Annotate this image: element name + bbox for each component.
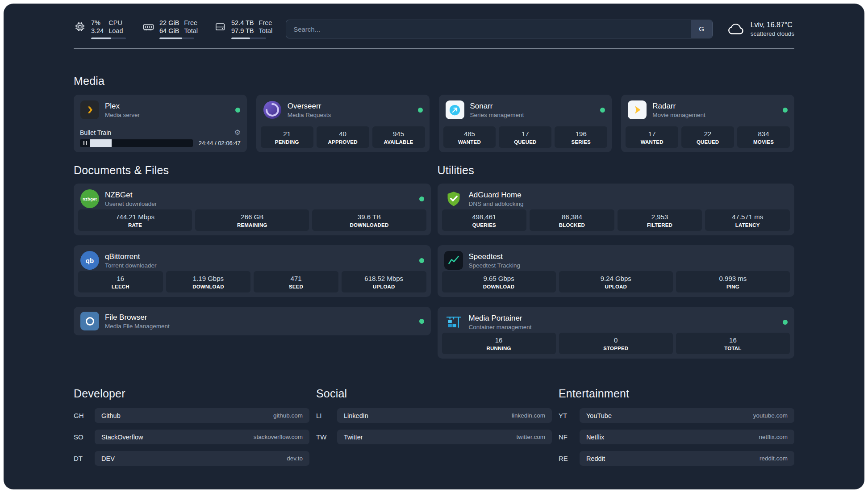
portainer-crane-icon bbox=[444, 313, 463, 331]
bookmarks-area: Developer GH Github github.com SO StackO… bbox=[74, 387, 794, 472]
service-card-adguard[interactable]: AdGuard Home DNS and adblocking 498,461 … bbox=[438, 184, 795, 235]
stat-value: 2,953 bbox=[619, 213, 701, 221]
pause-icon[interactable] bbox=[83, 141, 87, 145]
plex-icon bbox=[80, 100, 99, 119]
stat-label: QUEUED bbox=[683, 139, 732, 145]
service-name: Radarr bbox=[652, 102, 705, 111]
stat-label: WANTED bbox=[627, 139, 676, 145]
bookmark-url: github.com bbox=[273, 412, 303, 419]
speedtest-chart-icon bbox=[444, 251, 463, 270]
bookmark-name: StackOverflow bbox=[101, 434, 143, 441]
bookmark-abbr: TW bbox=[316, 433, 337, 441]
service-card-plex[interactable]: Plex Media server Bullet Train ⚙ 24:44 /… bbox=[74, 95, 247, 152]
bookmark-row: RE Reddit reddit.com bbox=[559, 451, 794, 466]
stat-value: 17 bbox=[627, 130, 676, 138]
stat-label: PENDING bbox=[263, 139, 312, 145]
stat-value: 17 bbox=[501, 130, 550, 138]
stat-tile: 16 LEECH bbox=[78, 271, 163, 292]
status-dot bbox=[783, 108, 788, 113]
bookmark-group-entertainment: Entertainment YT YouTube youtube.com NF … bbox=[559, 387, 794, 472]
bookmark-link-reddit[interactable]: Reddit reddit.com bbox=[580, 451, 794, 466]
stat-tile: 471 SEED bbox=[254, 271, 338, 292]
stat-tile: 86,384 BLOCKED bbox=[530, 209, 614, 231]
service-card-radarr[interactable]: Radarr Movie management 17 WANTED 22 QUE… bbox=[621, 95, 794, 152]
memory-label-bottom: Total bbox=[184, 27, 198, 35]
qbittorrent-icon: qb bbox=[80, 251, 99, 270]
service-card-sonarr[interactable]: Sonarr Series management 485 WANTED 17 Q… bbox=[439, 95, 612, 152]
stat-label: QUERIES bbox=[444, 222, 525, 228]
stat-label: BLOCKED bbox=[531, 222, 613, 228]
service-subtitle: Series management bbox=[470, 112, 524, 118]
stat-tile: 9.65 Gbps DOWNLOAD bbox=[442, 271, 556, 292]
playback-progress-bar[interactable] bbox=[80, 139, 193, 147]
search-input[interactable] bbox=[286, 20, 713, 38]
stat-tile: 40 APPROVED bbox=[317, 126, 369, 148]
memory-ram-icon bbox=[142, 21, 154, 33]
documents-column: Documents & Files nzbget NZBGet Usenet d… bbox=[74, 164, 431, 359]
bookmark-name: Github bbox=[101, 412, 121, 419]
stat-label: RATE bbox=[80, 222, 190, 228]
disk-free-value: 52.4 TB bbox=[231, 19, 254, 27]
service-card-qbittorrent[interactable]: qb qBittorrent Torrent downloader 16 LEE… bbox=[74, 245, 431, 297]
stat-value: 16 bbox=[444, 336, 554, 344]
section-title-documents: Documents & Files bbox=[74, 164, 431, 177]
service-card-overseerr[interactable]: Overseerr Media Requests 21 PENDING 40 A… bbox=[256, 95, 430, 152]
bookmark-name: Reddit bbox=[586, 455, 605, 462]
status-dot bbox=[235, 108, 240, 113]
stat-label: FILTERED bbox=[619, 222, 701, 228]
utilities-column: Utilities AdGuard Home DNS and adblockin… bbox=[438, 164, 795, 359]
cpu-usage-bar bbox=[91, 38, 126, 39]
cpu-label-top: CPU bbox=[108, 19, 123, 27]
service-subtitle: Movie management bbox=[652, 112, 705, 118]
stat-tile: 0.993 ms PING bbox=[676, 271, 790, 292]
gear-icon[interactable]: ⚙ bbox=[234, 129, 240, 136]
service-name: Sonarr bbox=[470, 102, 524, 111]
service-subtitle: Usenet downloader bbox=[105, 201, 157, 207]
service-subtitle: Container management bbox=[469, 324, 532, 330]
bookmark-link-dev[interactable]: DEV dev.to bbox=[95, 451, 309, 466]
stat-tile: 485 WANTED bbox=[443, 126, 496, 148]
disk-usage-bar bbox=[231, 38, 266, 39]
service-card-portainer[interactable]: Media Portainer Container management 16 … bbox=[438, 307, 795, 359]
bookmark-name: DEV bbox=[101, 455, 115, 462]
memory-values: 22 GiB 64 GiB bbox=[159, 19, 179, 35]
bookmark-link-stackoverflow[interactable]: StackOverflow stackoverflow.com bbox=[95, 430, 309, 444]
search-provider-button[interactable]: G bbox=[691, 20, 712, 38]
bookmark-link-youtube[interactable]: YouTube youtube.com bbox=[580, 408, 794, 423]
media-grid: Plex Media server Bullet Train ⚙ 24:44 /… bbox=[74, 95, 794, 152]
bookmark-link-twitter[interactable]: Twitter twitter.com bbox=[337, 430, 552, 444]
service-card-filebrowser[interactable]: File Browser Media File Management bbox=[74, 307, 431, 335]
service-subtitle: Speedtest Tracking bbox=[469, 262, 521, 269]
bookmark-link-netflix[interactable]: Netflix netflix.com bbox=[580, 430, 794, 444]
stat-label: STOPPED bbox=[561, 346, 671, 351]
stat-label: LATENCY bbox=[707, 222, 788, 228]
bookmark-link-github[interactable]: Github github.com bbox=[95, 408, 309, 423]
bookmark-group-developer: Developer GH Github github.com SO StackO… bbox=[74, 387, 309, 472]
resource-widgets: 7% 3.24 CPU Load bbox=[74, 19, 272, 39]
service-subtitle: DNS and adblocking bbox=[469, 201, 524, 207]
stat-value: 9.24 Gbps bbox=[561, 275, 671, 282]
stat-value: 196 bbox=[556, 130, 605, 138]
bookmark-url: youtube.com bbox=[753, 412, 788, 419]
stat-tile: 1.19 Gbps DOWNLOAD bbox=[166, 271, 251, 292]
bookmark-group-social: Social LI LinkedIn linkedin.com TW Twitt… bbox=[316, 387, 552, 472]
stat-value: 266 GB bbox=[197, 213, 307, 221]
service-card-speedtest[interactable]: Speedtest Speedtest Tracking 9.65 Gbps D… bbox=[438, 245, 795, 297]
stat-tile: 498,461 QUERIES bbox=[442, 209, 527, 231]
service-card-nzbget[interactable]: nzbget NZBGet Usenet downloader 744.21 M… bbox=[74, 184, 431, 235]
stat-tile: 9.24 Gbps UPLOAD bbox=[559, 271, 673, 292]
bookmark-url: twitter.com bbox=[516, 434, 545, 440]
disk-usage-bar-fill bbox=[231, 38, 250, 39]
status-dot bbox=[419, 319, 424, 324]
playback-progress-fill bbox=[90, 139, 112, 147]
stat-tile: 17 WANTED bbox=[626, 126, 678, 148]
bookmark-abbr: DT bbox=[74, 455, 95, 462]
stat-value: 9.65 Gbps bbox=[444, 275, 554, 282]
service-name: File Browser bbox=[105, 313, 170, 322]
filebrowser-ring-glyph bbox=[86, 317, 94, 326]
adguard-shield-icon bbox=[444, 189, 463, 208]
bookmark-link-linkedin[interactable]: LinkedIn linkedin.com bbox=[337, 408, 552, 423]
stat-value: 22 bbox=[683, 130, 732, 138]
service-name: qBittorrent bbox=[105, 252, 157, 261]
service-subtitle: Media Requests bbox=[288, 112, 331, 118]
